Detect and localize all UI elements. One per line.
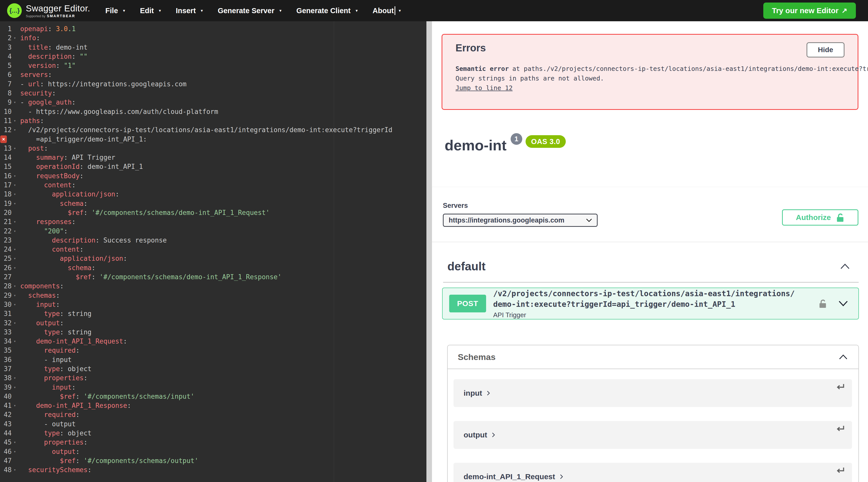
line-number-gutter[interactable]: 27 ▾ bbox=[0, 273, 17, 282]
code-line[interactable]: × 24 ▾ content: bbox=[0, 245, 426, 254]
line-number-gutter[interactable]: 4 ▾ bbox=[0, 52, 17, 61]
fold-caret-icon[interactable]: ▾ bbox=[14, 465, 16, 474]
line-number-gutter[interactable]: 20 ▾ bbox=[0, 208, 17, 217]
code-line[interactable]: × 12 ▾ /v2/projects/connectors-ip-test/l… bbox=[0, 125, 426, 135]
fold-caret-icon[interactable]: ▾ bbox=[14, 125, 16, 135]
menu-item[interactable]: About ▼ bbox=[373, 6, 402, 15]
line-number-gutter[interactable]: 44 ▾ bbox=[0, 429, 17, 438]
line-number-gutter[interactable]: 28 ▾ bbox=[0, 282, 17, 291]
code-line[interactable]: × 40 ▾ $ref: '#/components/schemas/input… bbox=[0, 392, 426, 401]
menu-item[interactable]: Generate Server ▼ bbox=[218, 6, 282, 15]
code-line[interactable]: × 35 ▾ required: bbox=[0, 346, 426, 355]
code-line[interactable]: × 32 ▾ output: bbox=[0, 318, 426, 328]
line-number-gutter[interactable]: 38 ▾ bbox=[0, 373, 17, 382]
line-number-gutter[interactable]: 35 ▾ bbox=[0, 346, 17, 355]
fold-caret-icon[interactable]: ▾ bbox=[14, 401, 16, 410]
code-line[interactable]: × 23 ▾ description: Success response bbox=[0, 236, 426, 245]
code-line[interactable]: × 11 ▾ paths: bbox=[0, 116, 426, 125]
code-line[interactable]: × 28 ▾ components: bbox=[0, 282, 426, 291]
code-line[interactable]: × 26 ▾ schema: bbox=[0, 263, 426, 273]
code-line[interactable]: × 7 ▾ - url: https://integrations.google… bbox=[0, 80, 426, 89]
line-number-gutter[interactable]: 17 ▾ bbox=[0, 180, 17, 190]
authorize-button[interactable]: Authorize bbox=[782, 209, 858, 226]
line-number-gutter[interactable]: 2 ▾ bbox=[0, 33, 17, 42]
lock-open-icon[interactable] bbox=[818, 299, 827, 309]
code-line[interactable]: × 20 ▾ $ref: '#/components/schemas/demo-… bbox=[0, 208, 426, 217]
code-line[interactable]: × 10 ▾ - https://www.googleapis.com/auth… bbox=[0, 107, 426, 116]
code-line[interactable]: × 3 ▾ title: demo-int bbox=[0, 43, 426, 52]
menu-item[interactable]: Generate Client ▼ bbox=[297, 6, 359, 15]
line-number-gutter[interactable]: 45 ▾ bbox=[0, 438, 17, 447]
fold-caret-icon[interactable]: ▾ bbox=[14, 300, 16, 309]
try-new-editor-button[interactable]: Try our new Editor ↗ bbox=[763, 3, 856, 19]
line-number-gutter[interactable]: 48 ▾ bbox=[0, 465, 17, 474]
code-line[interactable]: × 38 ▾ properties: bbox=[0, 373, 426, 382]
line-number-gutter[interactable]: 47 ▾ bbox=[0, 456, 17, 465]
line-number-gutter[interactable]: 29 ▾ bbox=[0, 291, 17, 300]
line-number-gutter[interactable]: 37 ▾ bbox=[0, 364, 17, 373]
code-line[interactable]: × 37 ▾ type: object bbox=[0, 364, 426, 373]
line-number-gutter[interactable]: 26 ▾ bbox=[0, 263, 17, 273]
line-number-gutter[interactable]: 3 ▾ bbox=[0, 43, 17, 52]
code-line[interactable]: × 18 ▾ application/json: bbox=[0, 190, 426, 199]
line-number-gutter[interactable]: 22 ▾ bbox=[0, 227, 17, 236]
line-number-gutter[interactable]: 39 ▾ bbox=[0, 383, 17, 392]
code-line[interactable]: × 31 ▾ type: string bbox=[0, 309, 426, 318]
code-line[interactable]: × 21 ▾ responses: bbox=[0, 217, 426, 226]
fold-caret-icon[interactable]: ▾ bbox=[14, 447, 16, 456]
fold-caret-icon[interactable]: ▾ bbox=[14, 373, 16, 382]
menu-item[interactable]: File ▼ bbox=[105, 6, 126, 15]
operation-post-block[interactable]: POST /v2/projects/connectors-ip-test/loc… bbox=[442, 288, 859, 319]
code-line[interactable]: × 43 ▾ - output bbox=[0, 420, 426, 429]
fold-caret-icon[interactable]: ▾ bbox=[14, 245, 16, 254]
line-number-gutter[interactable]: 13 ▾ bbox=[0, 144, 17, 153]
code-line[interactable]: × 41 ▾ demo-int_API_1_Response: bbox=[0, 401, 426, 410]
line-number-gutter[interactable]: 19 ▾ bbox=[0, 199, 17, 208]
model-row[interactable]: input bbox=[454, 379, 852, 407]
line-number-gutter[interactable]: 32 ▾ bbox=[0, 318, 17, 328]
fold-caret-icon[interactable]: ▾ bbox=[14, 33, 16, 42]
fold-caret-icon[interactable]: ▾ bbox=[14, 98, 16, 107]
schemas-header[interactable]: Schemas bbox=[448, 345, 858, 369]
chevron-right-icon[interactable] bbox=[492, 432, 495, 438]
line-number-gutter[interactable]: 8 ▾ bbox=[0, 89, 17, 98]
fold-caret-icon[interactable]: ▾ bbox=[14, 254, 16, 263]
code-line[interactable]: × 29 ▾ schemas: bbox=[0, 291, 426, 300]
line-number-gutter[interactable]: 11 ▾ bbox=[0, 116, 17, 125]
line-number-gutter[interactable]: 40 ▾ bbox=[0, 392, 17, 401]
line-number-gutter[interactable]: 41 ▾ bbox=[0, 401, 17, 410]
code-line[interactable]: × 44 ▾ type: object bbox=[0, 429, 426, 438]
code-line[interactable]: × 34 ▾ demo-int_API_1_Request: bbox=[0, 337, 426, 346]
fold-caret-icon[interactable]: ▾ bbox=[14, 282, 16, 291]
fold-caret-icon[interactable]: ▾ bbox=[14, 217, 16, 226]
line-number-gutter[interactable]: 15 ▾ bbox=[0, 162, 17, 171]
fold-caret-icon[interactable]: ▾ bbox=[14, 291, 16, 300]
menu-item[interactable]: Insert ▼ bbox=[176, 6, 204, 15]
line-number-gutter[interactable]: 9 ▾ bbox=[0, 98, 17, 107]
code-line[interactable]: × 33 ▾ type: string bbox=[0, 328, 426, 337]
line-number-gutter[interactable]: 33 ▾ bbox=[0, 328, 17, 337]
chevron-down-icon[interactable] bbox=[838, 300, 849, 307]
line-number-gutter[interactable]: 46 ▾ bbox=[0, 447, 17, 456]
line-number-gutter[interactable]: 16 ▾ bbox=[0, 171, 17, 180]
code-line[interactable]: × 13 ▾ post: bbox=[0, 144, 426, 153]
model-row[interactable]: output bbox=[454, 421, 852, 449]
fold-caret-icon[interactable]: ▾ bbox=[14, 263, 16, 273]
code-line[interactable]: × 9 ▾ - google_auth: bbox=[0, 98, 426, 107]
line-number-gutter[interactable]: 36 ▾ bbox=[0, 355, 17, 364]
code-line[interactable]: × 46 ▾ output: bbox=[0, 447, 426, 456]
line-number-gutter[interactable]: 5 ▾ bbox=[0, 61, 17, 70]
fold-caret-icon[interactable]: ▾ bbox=[14, 190, 16, 199]
code-line[interactable]: × 36 ▾ - input bbox=[0, 355, 426, 364]
code-line[interactable]: × 39 ▾ input: bbox=[0, 383, 426, 392]
code-line[interactable]: × 27 ▾ $ref: '#/components/schemas/demo-… bbox=[0, 273, 426, 282]
line-number-gutter[interactable]: 21 ▾ bbox=[0, 217, 17, 226]
code-line[interactable]: × 2 ▾ info: bbox=[0, 33, 426, 42]
model-row[interactable]: demo-int_API_1_Request bbox=[454, 463, 852, 482]
code-line[interactable]: × 14 ▾ summary: API Trigger bbox=[0, 153, 426, 162]
jump-to-line-link[interactable]: Jump to line 12 bbox=[456, 84, 513, 92]
code-line[interactable]: × 30 ▾ input: bbox=[0, 300, 426, 309]
fold-caret-icon[interactable]: ▾ bbox=[14, 227, 16, 236]
code-line[interactable]: × 1 ▾ openapi: 3.0.1 bbox=[0, 24, 426, 33]
code-line[interactable]: × 47 ▾ $ref: '#/components/schemas/outpu… bbox=[0, 456, 426, 465]
